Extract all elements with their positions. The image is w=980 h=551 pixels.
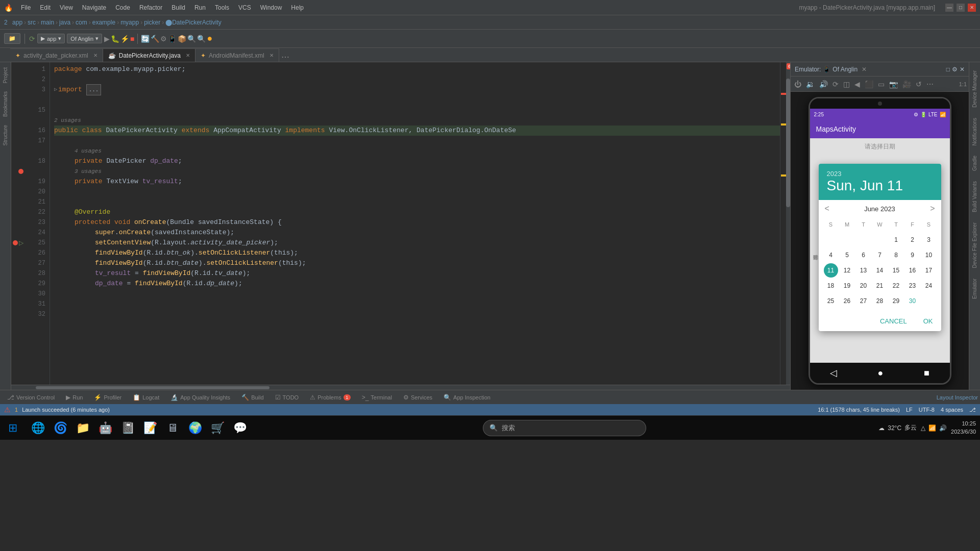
cal-day-21[interactable]: 21 [873, 279, 887, 293]
emu-back[interactable]: ◀ [853, 79, 862, 89]
tab-activity-xml[interactable]: ✦ activity_date_picker.xml ✕ [10, 48, 103, 62]
horizontal-scrollbar[interactable] [11, 385, 790, 390]
tab-terminal[interactable]: >_ Terminal [357, 392, 397, 403]
h-scrollbar-thumb[interactable] [36, 386, 270, 389]
tab-app-inspection[interactable]: 🔍 App Inspection [438, 392, 496, 403]
tab-build[interactable]: 🔨 Build [236, 392, 268, 403]
emu-power-btn[interactable]: ⏻ [793, 79, 803, 89]
gutter-bp23[interactable]: ▷ [11, 238, 26, 248]
cal-day-26[interactable]: 26 [840, 294, 854, 308]
emu-replay[interactable]: ↺ [914, 79, 923, 89]
emu-screenshot[interactable]: 📷 [888, 79, 899, 89]
emu-more[interactable]: ⋯ [925, 79, 935, 89]
menu-refactor[interactable]: Refactor [135, 3, 166, 12]
taskbar-icon-browser[interactable]: 🌍 [185, 418, 205, 438]
close-tab-3[interactable]: ✕ [270, 53, 274, 58]
emulator-panel-close[interactable]: ✕ [960, 66, 965, 73]
menu-file[interactable]: File [17, 3, 35, 12]
avd-manager-icon[interactable]: 📱 [168, 35, 177, 43]
breakpoint-23[interactable] [13, 240, 18, 245]
breadcrumb-java[interactable]: java [59, 19, 70, 26]
phone-back-btn[interactable]: ◁ [830, 367, 837, 379]
cal-day-18[interactable]: 18 [824, 279, 838, 293]
cal-day-5[interactable]: 5 [840, 248, 854, 262]
vtab-device-manager[interactable]: Device Manager [970, 66, 979, 112]
cal-day-19[interactable]: 19 [840, 279, 854, 293]
phone-overview-btn[interactable]: ■ [924, 368, 929, 379]
breadcrumb-main[interactable]: main [41, 19, 54, 26]
menu-vcs[interactable]: VCS [234, 3, 255, 12]
menu-help[interactable]: Help [287, 3, 308, 12]
taskbar-icon-store[interactable]: 🛒 [207, 418, 228, 438]
panel-tab-project[interactable]: Project [2, 64, 9, 86]
maximize-button[interactable]: □ [957, 4, 965, 12]
code-content[interactable]: package com.example.myapp.picker; ▷impor… [50, 62, 780, 385]
run-button[interactable]: ▶ [104, 35, 110, 43]
vtab-device-explorer[interactable]: Device File Explorer [970, 218, 979, 272]
close-tab-2[interactable]: ✕ [186, 53, 190, 58]
vtab-notifications[interactable]: Notifications [970, 114, 979, 149]
breadcrumb-myapp[interactable]: myapp [120, 19, 139, 26]
minimize-button[interactable]: — [945, 4, 953, 12]
cal-day-2[interactable]: 2 [905, 233, 920, 247]
tab-problems[interactable]: ⚠ Problems 1 [305, 392, 355, 403]
cal-day-24[interactable]: 24 [922, 279, 936, 293]
cal-day-25[interactable]: 25 [824, 294, 838, 308]
close-button[interactable]: ✕ [968, 4, 976, 12]
cal-day-9[interactable]: 9 [905, 248, 920, 262]
make-button[interactable]: 🔨 [151, 35, 159, 43]
run-config-selector[interactable]: ▶ app ▾ [37, 34, 65, 43]
taskbar-icon-1[interactable]: 🌐 [28, 418, 48, 438]
breadcrumb-com[interactable]: com [76, 19, 87, 26]
breadcrumb-example[interactable]: example [92, 19, 115, 26]
cal-day-14[interactable]: 14 [873, 263, 887, 278]
cal-day-3[interactable]: 3 [922, 233, 936, 247]
tab-services[interactable]: ⚙ Services [398, 392, 437, 403]
tab-manifest-xml[interactable]: ✦ AndroidManifest.xml ✕ [195, 48, 279, 62]
emulator-settings-btn[interactable]: ⚙ [952, 66, 958, 73]
menu-build[interactable]: Build [167, 3, 189, 12]
tab-version-control[interactable]: ⎇ Version Control [2, 392, 60, 403]
layout-inspector-icon[interactable]: 🔍 [187, 35, 196, 43]
date-cancel-btn[interactable]: CANCEL [876, 315, 911, 327]
taskbar-icon-onenote[interactable]: 📓 [117, 418, 138, 438]
search-icon[interactable]: 🔍 [197, 35, 206, 43]
tab-run[interactable]: ▶ Run [61, 392, 88, 403]
emu-home[interactable]: ⬛ [863, 79, 875, 89]
cal-day-10[interactable]: 10 [922, 248, 936, 262]
cal-day-13[interactable]: 13 [856, 263, 871, 278]
menu-navigate[interactable]: Navigate [78, 3, 110, 12]
cal-day-16[interactable]: 16 [905, 263, 920, 278]
panel-tab-structure[interactable]: Structure [2, 122, 9, 149]
cal-next-btn[interactable]: > [930, 204, 935, 213]
menu-tools[interactable]: Tools [211, 3, 233, 12]
cal-day-30[interactable]: 30 [905, 294, 920, 308]
vertical-scrollbar[interactable]: 6 1 [786, 62, 790, 385]
tab-todo[interactable]: ☑ TODO [270, 392, 304, 403]
user-icon[interactable]: ● [207, 33, 212, 44]
breadcrumb-app[interactable]: app [12, 19, 22, 26]
cal-day-15[interactable]: 15 [889, 263, 903, 278]
debug-button[interactable]: 🐛 [111, 35, 119, 43]
device-selector[interactable]: Of Anglin ▾ [67, 34, 102, 43]
emu-fold[interactable]: ◫ [842, 79, 851, 89]
settings-button[interactable]: ⚙ [160, 35, 167, 43]
cal-day-4[interactable]: 4 [824, 248, 838, 262]
date-ok-btn[interactable]: OK [919, 315, 937, 327]
emu-camera[interactable]: 🎥 [901, 79, 913, 89]
panel-tab-bookmarks[interactable]: Bookmarks [2, 88, 9, 120]
cal-day-23[interactable]: 23 [905, 279, 920, 293]
cal-day-6[interactable]: 6 [856, 248, 871, 262]
menu-run[interactable]: Run [190, 3, 210, 12]
tab-datepicker-java[interactable]: ☕ DatePickerActivity.java ✕ [103, 48, 195, 62]
breadcrumb-class[interactable]: DatePickerActivity [172, 19, 222, 26]
profile-button[interactable]: ⚡ [120, 35, 129, 43]
taskbar-icon-android[interactable]: 🤖 [95, 418, 115, 438]
scrollbar-thumb[interactable] [786, 79, 790, 208]
menu-edit[interactable]: Edit [36, 3, 55, 12]
cal-day-11-selected[interactable]: 11 [824, 263, 838, 278]
cal-day-17[interactable]: 17 [922, 263, 936, 278]
close-tab-1[interactable]: ✕ [93, 53, 97, 58]
stop-button[interactable]: ■ [130, 35, 134, 43]
start-button[interactable]: ⊞ [4, 419, 21, 437]
